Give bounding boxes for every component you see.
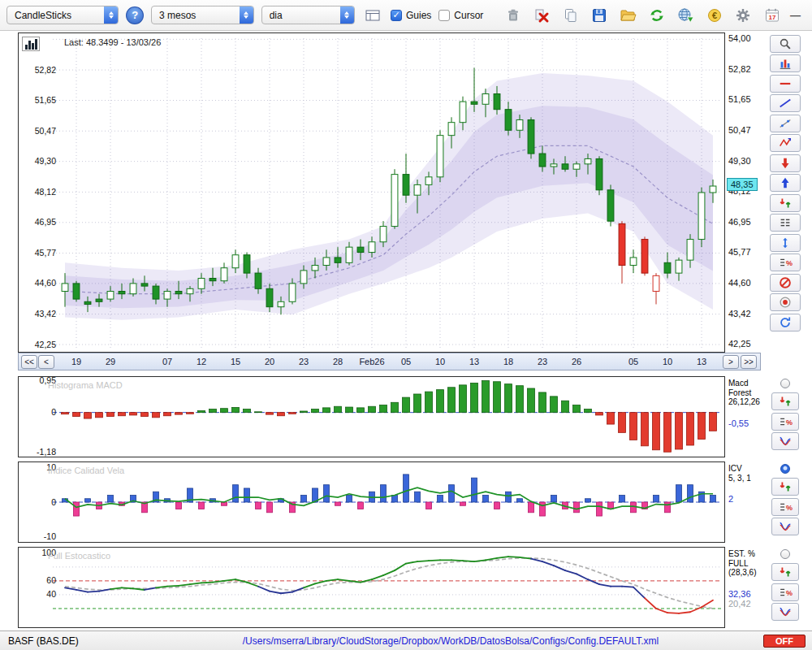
trend-line-button[interactable] xyxy=(770,94,801,112)
percent-scale-button[interactable]: % xyxy=(770,254,801,271)
data-table-button[interactable] xyxy=(362,5,383,26)
last-price-label: Last: 48.3499 - 13/03/26 xyxy=(64,37,161,47)
record-button[interactable] xyxy=(770,293,801,311)
trash-button[interactable] xyxy=(502,5,523,26)
svg-text:43,42: 43,42 xyxy=(35,309,56,318)
price-axis-label: 45,77 xyxy=(728,247,751,257)
reload-blue-icon xyxy=(777,315,793,330)
arrow-up-blue-icon xyxy=(777,176,793,190)
zoom-button[interactable] xyxy=(770,35,801,53)
record-icon xyxy=(777,295,793,310)
download-button[interactable] xyxy=(675,5,696,26)
euro-icon: € xyxy=(706,6,723,24)
calendar-button[interactable]: 17 xyxy=(762,5,783,26)
macd-title: Histograma MACD xyxy=(48,380,123,390)
icv-signals-button[interactable] xyxy=(771,478,799,496)
chart-settings-button[interactable] xyxy=(770,54,801,72)
svg-text:48,12: 48,12 xyxy=(35,187,56,197)
checkbox-unchecked-icon xyxy=(438,10,450,21)
icv-style-button[interactable] xyxy=(771,518,799,535)
price-chart[interactable]: 52,8251,6550,4749,3048,1246,9545,7744,60… xyxy=(19,33,724,352)
wave-icon xyxy=(777,604,793,619)
interval-value: dia xyxy=(270,10,334,21)
stochastic-signals-button[interactable] xyxy=(771,563,799,581)
disable-button[interactable] xyxy=(770,274,801,292)
zigzag-button[interactable] xyxy=(770,134,801,152)
save-button[interactable] xyxy=(589,5,610,26)
copy-button[interactable] xyxy=(559,5,581,26)
xaxis-date-label: 12 xyxy=(197,357,206,366)
xaxis-strip: << < 1929071215202328Feb2605101318232605… xyxy=(18,353,761,370)
icv-indicator-radio[interactable] xyxy=(780,464,790,474)
checkbox-checked-icon xyxy=(391,10,402,21)
xaxis-date-label: Feb26 xyxy=(359,357,384,366)
wave-icon xyxy=(777,519,793,534)
scroll-prev-button[interactable]: < xyxy=(38,355,54,369)
scroll-next-button[interactable]: > xyxy=(723,355,739,369)
calendar-day-label: 17 xyxy=(768,14,775,21)
percent-lines-icon: % xyxy=(777,255,793,270)
macd-chart[interactable]: 0,950-1,18 xyxy=(19,377,724,457)
arrows-red-green-icon xyxy=(777,394,793,409)
stochastic-chart[interactable]: 1006040 xyxy=(19,548,724,627)
macd-indicator-group: % xyxy=(763,379,807,453)
period-select[interactable]: 3 mesos xyxy=(151,6,254,24)
arrow-down-red-icon xyxy=(777,156,793,171)
refresh-button[interactable] xyxy=(646,5,667,26)
arrows-red-green-icon xyxy=(777,196,793,210)
macd-style-button[interactable] xyxy=(771,432,799,450)
svg-text:%: % xyxy=(786,504,793,512)
delete-x-icon xyxy=(533,6,551,24)
stochastic-style-button[interactable] xyxy=(771,603,799,621)
red-hline-icon xyxy=(777,76,793,91)
interval-select[interactable]: dia xyxy=(261,6,355,24)
trash-icon xyxy=(504,6,522,24)
regression-line-button[interactable] xyxy=(770,115,801,132)
reload-button[interactable] xyxy=(770,314,801,332)
xaxis-date-label: 19 xyxy=(71,357,81,366)
buy-arrow-button[interactable] xyxy=(770,174,801,192)
scale-range-button[interactable] xyxy=(770,234,801,252)
currency-button[interactable]: € xyxy=(704,5,725,26)
xaxis-date-label: 18 xyxy=(503,357,513,366)
popup-arrows-icon xyxy=(340,6,354,24)
refresh-icon xyxy=(648,6,666,24)
sell-arrow-button[interactable] xyxy=(770,154,801,172)
macd-signals-button[interactable] xyxy=(771,392,799,410)
window-minimize-button[interactable]: — xyxy=(790,9,806,21)
macd-indicator-radio[interactable] xyxy=(780,379,790,388)
stochastic-title: Full Estocastico xyxy=(48,551,110,561)
stochastic-indicator-radio[interactable] xyxy=(780,549,790,559)
delete-button[interactable] xyxy=(531,5,552,26)
chart-type-select[interactable]: CandleSticks xyxy=(6,6,119,24)
last-price-tag: 48,35 xyxy=(727,178,758,191)
stochastic-percent-button[interactable]: % xyxy=(771,583,799,601)
guides-label: Guies xyxy=(406,10,431,21)
signals-button[interactable] xyxy=(770,194,801,212)
popup-arrows-icon xyxy=(240,6,253,24)
guides-checkbox[interactable]: Guies xyxy=(391,10,431,21)
open-folder-button[interactable] xyxy=(617,5,638,26)
xaxis-date-label: 13 xyxy=(469,357,479,366)
svg-text:-10: -10 xyxy=(44,531,56,541)
cursor-checkbox[interactable]: Cursor xyxy=(438,10,483,21)
horizontal-line-button[interactable] xyxy=(770,75,801,93)
chart-bars-icon xyxy=(777,56,793,71)
xaxis-date-label: 07 xyxy=(162,357,172,366)
price-axis-label: 49,30 xyxy=(728,156,751,166)
popup-arrows-icon xyxy=(104,6,118,24)
save-icon xyxy=(590,6,608,24)
help-button[interactable]: ? xyxy=(126,6,144,24)
xaxis-date-label: 10 xyxy=(663,357,672,366)
scroll-last-button[interactable]: >> xyxy=(741,355,757,369)
config-path-link[interactable]: /Users/mserra/Library/CloudStorage/Dropb… xyxy=(138,635,763,647)
data-rows-button[interactable] xyxy=(770,214,801,232)
icv-percent-button[interactable]: % xyxy=(771,498,799,516)
svg-text:%: % xyxy=(786,589,793,597)
svg-text:%: % xyxy=(786,418,793,427)
scroll-first-button[interactable]: << xyxy=(21,355,37,369)
macd-percent-button[interactable]: % xyxy=(771,413,799,431)
off-toggle[interactable]: OFF xyxy=(763,635,806,648)
icv-chart[interactable]: 100-10 xyxy=(19,462,724,542)
xaxis-date-label: 05 xyxy=(401,357,411,366)
